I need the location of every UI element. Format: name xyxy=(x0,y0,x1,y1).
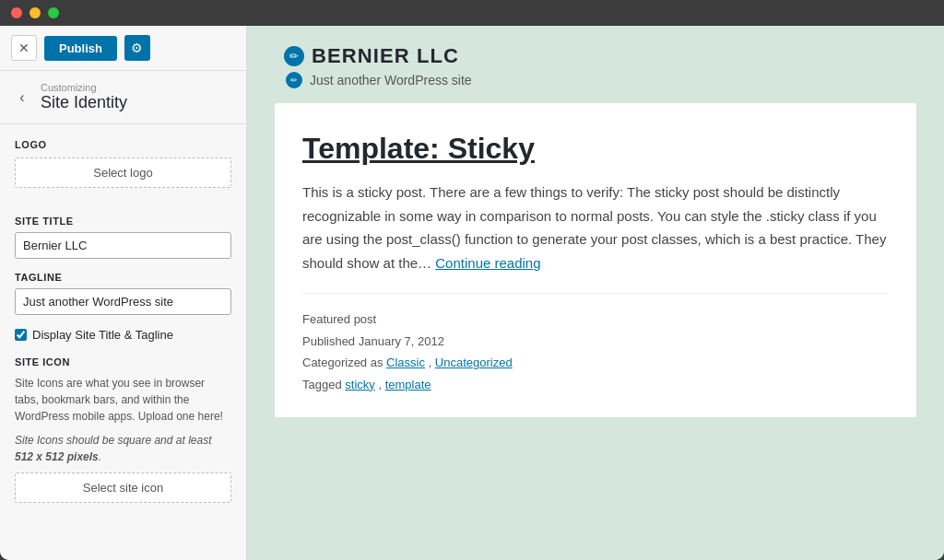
meta-tag1-link[interactable]: sticky xyxy=(345,378,375,391)
site-icon-desc1: Site Icons are what you see in browser t… xyxy=(15,375,231,425)
site-title-input[interactable] xyxy=(15,232,231,259)
select-logo-button[interactable]: Select logo xyxy=(15,158,231,188)
maximize-traffic-light[interactable] xyxy=(48,7,59,18)
panel-header: ‹ Customizing Site Identity xyxy=(0,71,246,124)
back-arrow-icon: ‹ xyxy=(19,89,24,106)
meta-published: Published January 7, 2012 xyxy=(302,331,889,352)
post-meta: Featured post Published January 7, 2012 … xyxy=(302,293,889,395)
display-title-tagline-row: Display Site Title & Tagline xyxy=(15,328,231,342)
tagline-section: Tagline xyxy=(15,272,231,315)
meta-tag2-link[interactable]: template xyxy=(385,378,431,391)
tagline-input[interactable] xyxy=(15,288,231,315)
site-icon-size: 512 x 512 pixels xyxy=(15,450,99,463)
site-icon-section: Site Icon Site Icons are what you see in… xyxy=(15,356,231,503)
preview-site-tagline: Just another WordPress site xyxy=(310,73,472,88)
logo-section: Logo Select logo xyxy=(15,139,231,203)
display-title-tagline-checkbox[interactable] xyxy=(15,329,27,341)
display-title-tagline-label: Display Site Title & Tagline xyxy=(32,328,173,342)
gear-button[interactable]: ⚙ xyxy=(124,35,150,61)
post-title: Template: Sticky xyxy=(302,131,889,166)
preview-site-title: BERNIER LLC xyxy=(312,44,459,68)
left-panel: ✕ Publish ⚙ ‹ Customizing Site Identity … xyxy=(0,26,247,560)
post-content-text: This is a sticky post. There are a few t… xyxy=(302,184,886,271)
preview-area: ✏ BERNIER LLC ✏ Just another WordPress s… xyxy=(247,26,944,560)
site-title-label: Site Title xyxy=(15,216,231,227)
site-tagline-row: ✏ Just another WordPress site xyxy=(284,72,907,88)
site-tagline-icon: ✏ xyxy=(286,72,302,88)
tagline-label: Tagline xyxy=(15,272,231,283)
minimize-traffic-light[interactable] xyxy=(30,7,41,18)
gear-icon: ⚙ xyxy=(131,41,143,55)
site-title-row: ✏ BERNIER LLC xyxy=(284,44,907,68)
wp-pencil-icon: ✏ xyxy=(289,50,299,63)
site-title-section: Site Title xyxy=(15,216,231,259)
meta-categorized: Categorized as Classic , Uncategorized xyxy=(302,352,889,373)
post-content: This is a sticky post. There are a few t… xyxy=(302,181,889,274)
app-container: ✕ Publish ⚙ ‹ Customizing Site Identity … xyxy=(0,26,944,560)
back-button[interactable]: ‹ xyxy=(11,87,33,109)
close-button[interactable]: ✕ xyxy=(11,35,37,61)
site-icon-desc2: Site Icons should be square and at least… xyxy=(15,432,231,465)
panel-title: Site Identity xyxy=(41,93,127,112)
panel-title-block: Customizing Site Identity xyxy=(41,82,127,112)
close-traffic-light[interactable] xyxy=(11,7,22,18)
site-logo-icon: ✏ xyxy=(284,46,304,66)
site-header: ✏ BERNIER LLC ✏ Just another WordPress s… xyxy=(247,26,944,103)
panel-content: Logo Select logo Site Title Tagline Disp… xyxy=(0,124,246,560)
breadcrumb: Customizing xyxy=(41,82,127,93)
content-area: Template: Sticky This is a sticky post. … xyxy=(275,103,916,417)
close-icon: ✕ xyxy=(18,41,30,55)
window-chrome xyxy=(0,0,944,26)
publish-button[interactable]: Publish xyxy=(44,36,117,61)
meta-cat2-link[interactable]: Uncategorized xyxy=(435,356,513,369)
meta-featured: Featured post xyxy=(302,309,889,330)
meta-cat1-link[interactable]: Classic xyxy=(386,356,425,369)
top-bar: ✕ Publish ⚙ xyxy=(0,26,246,71)
select-site-icon-button[interactable]: Select site icon xyxy=(15,472,231,503)
continue-reading-link[interactable]: Continue reading xyxy=(435,255,540,271)
site-icon-heading: Site Icon xyxy=(15,356,231,368)
wp-pencil-sm-icon: ✏ xyxy=(290,76,298,85)
meta-tagged: Tagged sticky , template xyxy=(302,374,889,395)
logo-label: Logo xyxy=(15,139,231,150)
